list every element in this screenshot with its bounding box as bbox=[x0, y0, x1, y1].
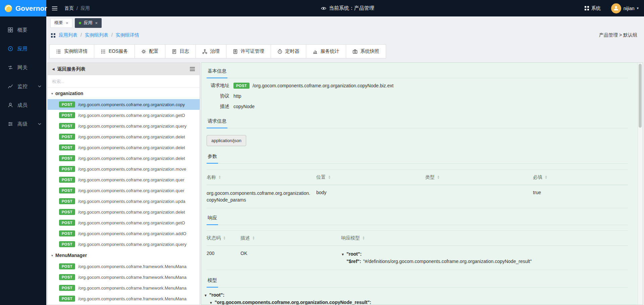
description-value: copyNode bbox=[233, 104, 255, 109]
system-button[interactable]: 系统 bbox=[585, 5, 601, 11]
governance-button[interactable]: 治理 bbox=[196, 44, 226, 58]
eos-services-button[interactable]: EOS服务 bbox=[94, 44, 135, 58]
service-stats-button[interactable]: 服务统计 bbox=[306, 44, 346, 58]
sort-icon[interactable]: ▲▼ bbox=[545, 175, 547, 179]
service-group-organization[interactable]: ▾ organization bbox=[48, 88, 200, 99]
service-list-item[interactable]: POST /org.gocom.components.coframe.org.o… bbox=[48, 239, 200, 250]
sidebar-item-overview[interactable]: 概要 bbox=[0, 20, 46, 39]
page-tab-overview[interactable]: 概要 × bbox=[50, 18, 72, 28]
group-name: MenuManager bbox=[55, 253, 87, 258]
request-url-row: 请求地址 POST /org.gocom.components.coframe.… bbox=[207, 83, 628, 89]
service-list-item[interactable]: POST /org.gocom.components.coframe.org.o… bbox=[48, 196, 200, 207]
tree-caret-icon[interactable]: ▼ bbox=[209, 299, 213, 305]
tree-caret-icon[interactable]: ▼ bbox=[341, 251, 344, 258]
content-area: ◀ 返回服务列表 ▾ organization POST /org.gocom.… bbox=[47, 62, 643, 305]
button-label: 实例组详情 bbox=[64, 48, 88, 54]
close-icon[interactable]: × bbox=[95, 20, 98, 26]
logs-button[interactable]: 日志 bbox=[165, 44, 196, 58]
service-list-item[interactable]: POST /org.gocom.components.coframe.org.o… bbox=[48, 153, 200, 164]
hamburger-menu-icon[interactable] bbox=[52, 6, 58, 11]
column-header[interactable]: 类型 ▲▼ bbox=[425, 174, 533, 180]
license-button[interactable]: 许可证管理 bbox=[226, 44, 271, 58]
column-header[interactable]: 描述 ▲▼ bbox=[240, 235, 341, 241]
protocol-row: 协议 http bbox=[207, 93, 628, 99]
back-to-services-button[interactable]: 返回服务列表 bbox=[57, 66, 86, 72]
sidebar-item-label: 高级 bbox=[17, 121, 28, 127]
governance-icon bbox=[202, 49, 207, 54]
close-icon[interactable]: × bbox=[66, 20, 68, 26]
service-list-item[interactable]: POST /org.gocom.components.coframe.org.o… bbox=[48, 131, 200, 142]
service-list-item[interactable]: POST /org.gocom.components.coframe.org.o… bbox=[48, 207, 200, 217]
service-list-item[interactable]: POST /org.gocom.components.coframe.org.o… bbox=[48, 142, 200, 153]
sort-icon[interactable]: ▲▼ bbox=[328, 175, 331, 179]
sort-icon[interactable]: ▲▼ bbox=[437, 175, 440, 179]
service-panel-header: ◀ 返回服务列表 bbox=[48, 63, 200, 75]
scrollbar-thumb[interactable] bbox=[639, 64, 642, 128]
scrollbar[interactable] bbox=[638, 63, 643, 305]
service-path: /org.gocom.components.coframe.org.organi… bbox=[78, 113, 198, 118]
service-list-item[interactable]: POST /org.gocom.components.coframe.frame… bbox=[48, 272, 200, 282]
tree-caret-icon[interactable]: ▼ bbox=[204, 292, 207, 299]
model-tree-line: ▼ "root": bbox=[204, 292, 628, 299]
method-badge: POST bbox=[59, 155, 75, 161]
service-list-item[interactable]: POST /org.gocom.components.coframe.org.o… bbox=[48, 228, 200, 239]
instance-detail-button[interactable]: 实例组详情 bbox=[49, 44, 94, 58]
page-tab-apps[interactable]: 应用 × bbox=[75, 18, 102, 28]
user-menu[interactable]: nijian ▾ bbox=[611, 3, 639, 13]
response-status: 200 bbox=[207, 251, 240, 256]
method-badge: POST bbox=[59, 241, 75, 247]
snapshot-button[interactable]: 系统快照 bbox=[346, 44, 386, 58]
sidebar-item-members[interactable]: 成员 bbox=[0, 96, 46, 115]
breadcrumb-link[interactable]: 实例组列表 bbox=[85, 32, 108, 38]
service-list-item[interactable]: POST /org.gocom.components.coframe.org.o… bbox=[48, 110, 200, 121]
service-path: /org.gocom.components.coframe.org.organi… bbox=[78, 188, 198, 193]
service-list-item[interactable]: POST /org.gocom.components.coframe.org.o… bbox=[48, 174, 200, 185]
service-group-menumanager[interactable]: ▾ MenuManager bbox=[48, 250, 200, 261]
breadcrumb-link[interactable]: 实例组详情 bbox=[116, 32, 139, 38]
service-list-item[interactable]: POST /org.gocom.components.coframe.frame… bbox=[48, 293, 200, 304]
service-list-item[interactable]: POST /org.gocom.components.coframe.org.o… bbox=[48, 217, 200, 228]
timer-button[interactable]: 定时器 bbox=[271, 44, 306, 58]
column-header[interactable]: 必填 ▲▼ bbox=[533, 174, 628, 180]
sort-icon[interactable]: ▲▼ bbox=[218, 175, 221, 179]
sidebar-item-advanced[interactable]: 高级 bbox=[0, 115, 46, 133]
service-list-item[interactable]: POST /org.gocom.components.coframe.frame… bbox=[48, 261, 200, 272]
service-list-item[interactable]: POST /org.gocom.components.coframe.org.o… bbox=[48, 185, 200, 196]
sort-icon[interactable]: ▲▼ bbox=[362, 236, 365, 240]
list-icon bbox=[56, 49, 61, 54]
method-badge: POST bbox=[59, 166, 75, 172]
sidebar-item-monitor[interactable]: 监控 bbox=[0, 77, 46, 96]
column-header[interactable]: 响应模型 ▲▼ bbox=[341, 235, 628, 241]
breadcrumb-link[interactable]: 应用列表 bbox=[59, 32, 77, 38]
panel-menu-icon[interactable] bbox=[190, 67, 195, 71]
sidebar-item-apps[interactable]: 应用 bbox=[0, 39, 46, 58]
service-list-item[interactable]: POST /org.gocom.components.coframe.frame… bbox=[48, 282, 200, 293]
breadcrumb-separator: / bbox=[111, 32, 113, 38]
column-header[interactable]: 位置 ▲▼ bbox=[316, 174, 425, 180]
stats-icon bbox=[313, 49, 318, 54]
monitor-icon bbox=[8, 84, 13, 89]
config-button[interactable]: 配置 bbox=[135, 44, 165, 58]
response-table-row: 200 OK ▼ "root": "$ref": "#/definitions/… bbox=[207, 246, 628, 270]
search-input[interactable] bbox=[48, 75, 200, 88]
column-header[interactable]: 状态码 ▲▼ bbox=[207, 235, 240, 241]
group-name: organization bbox=[55, 91, 83, 96]
protocol-value: http bbox=[233, 93, 241, 99]
top-breadcrumb-home[interactable]: 首页 bbox=[64, 5, 74, 11]
service-list-item[interactable]: POST /org.gocom.components.coframe.org.o… bbox=[48, 99, 200, 110]
sort-icon[interactable]: ▲▼ bbox=[223, 236, 226, 240]
column-header[interactable]: 名称 ▲▼ bbox=[207, 174, 316, 180]
service-path: /org.gocom.components.coframe.org.organi… bbox=[78, 199, 198, 204]
chevron-down-icon: ▾ bbox=[637, 6, 639, 10]
section-title: 请求信息 bbox=[207, 118, 227, 128]
section-title: 参数 bbox=[207, 154, 218, 164]
sidebar-item-gateway[interactable]: 网关 bbox=[0, 58, 46, 77]
service-list-item[interactable]: POST /org.gocom.components.coframe.frame… bbox=[48, 304, 200, 305]
service-list-item[interactable]: POST /org.gocom.components.coframe.org.o… bbox=[48, 164, 200, 174]
service-list-item[interactable]: POST /org.gocom.components.coframe.org.o… bbox=[48, 121, 200, 131]
sort-icon[interactable]: ▲▼ bbox=[252, 236, 255, 240]
service-path: /org.gocom.components.coframe.framework.… bbox=[78, 275, 198, 280]
method-badge: POST bbox=[59, 112, 75, 118]
service-path: /org.gocom.components.coframe.org.organi… bbox=[78, 145, 198, 150]
content-type-chip[interactable]: application/json bbox=[207, 135, 246, 146]
